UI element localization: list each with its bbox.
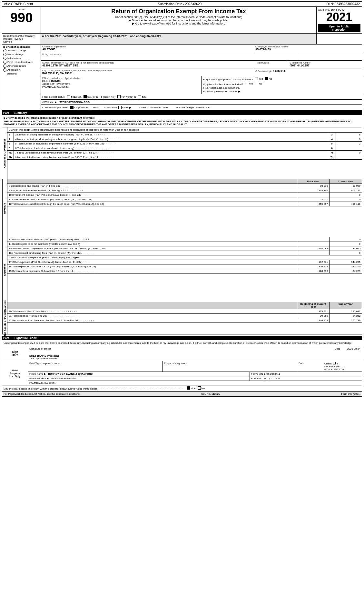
principal-city: PALMDALE, CA 93551: [42, 85, 200, 88]
line9-current: 406,111: [330, 188, 362, 193]
irs-yes-checkbox[interactable]: [187, 386, 190, 390]
street-address-field: Number and street (or P.O. box if mail i…: [41, 61, 256, 68]
line3-val: 8: [336, 133, 362, 137]
line7b-row: 7b b Net unrelated business taxable inco…: [7, 155, 362, 160]
phone-field: Phone no. (661) 267-2005: [250, 376, 362, 381]
k-row: K Form of organization: Corporation Trus…: [41, 105, 362, 110]
final-return-checkbox[interactable]: [3, 61, 6, 64]
line8-current: 90,000: [330, 184, 362, 188]
corporation-checkbox[interactable]: [70, 106, 74, 109]
line2-label: 2 Check this box ▶ □ if the organization…: [9, 128, 140, 131]
line6-desc: 6 Total number of volunteers (estimate i…: [14, 146, 328, 150]
line16b-row: b Total fundraising expenses (Part IX, c…: [7, 255, 362, 260]
line10-prior: [297, 193, 330, 197]
line3-desc: 3 Number of voting members of the govern…: [14, 133, 328, 137]
l-label: L Year of formation:: [139, 106, 161, 109]
ptin-value: P00273037: [331, 368, 344, 371]
line11-current: 0: [330, 197, 362, 202]
left-checks: B Check if applicable: Address change Na…: [2, 45, 41, 110]
line3-num: 3: [7, 133, 14, 137]
part1-title: Summary: [14, 111, 27, 114]
firm-ein-field: Firm's EIN ▶ 95-2868411: [250, 372, 362, 376]
line22-end: 265,739: [330, 318, 362, 323]
form-title-link: ▶ Go to www.irs.gov/Form990 for instruct…: [43, 22, 314, 25]
activities-section: Activities & Governance 2 Check this box…: [2, 127, 362, 179]
line5-num: 5: [7, 142, 14, 146]
line6-val: [336, 148, 362, 149]
dln-label: DLN: 93493263002432: [327, 2, 360, 6]
application-checkbox[interactable]: [3, 68, 6, 72]
line7b-num: 7b: [7, 155, 14, 159]
dept-box: Department of the Treasury Internal Reve…: [2, 34, 41, 44]
line7a-desc: 7a Total unrelated business revenue from…: [14, 151, 328, 155]
hb-yes-checkbox[interactable]: [245, 82, 248, 85]
part1-header: Part I Summary: [2, 111, 362, 115]
pending-label: pending: [3, 72, 40, 75]
net-assets-side-label: Net Assets or Fund Balances: [2, 302, 7, 334]
line16a-current: 0: [330, 251, 362, 255]
line13-current: 0: [330, 237, 362, 242]
line7b-col-num: 7b: [328, 155, 336, 159]
prior-year-header: Prior Year: [297, 179, 330, 184]
gross-receipts-value: 496,111: [275, 69, 286, 73]
ha-no-checkbox[interactable]: [265, 77, 268, 80]
line13-prior: [297, 237, 330, 242]
line6-col-num: 6: [328, 146, 336, 150]
501c6-checkbox[interactable]: [84, 95, 87, 98]
hqa-field: H(a) Is this a group return for subordin…: [202, 76, 362, 94]
irs-no-checkbox[interactable]: [198, 386, 201, 390]
submission-date: Submission Date - 2022-09-20: [158, 2, 202, 6]
preparer-row3: Firm's address ▶ 1058 W AVENUE M14 Phone…: [28, 376, 362, 381]
omb-box: OMB No. 1545-0047 2021 Open to Public In…: [317, 7, 362, 33]
irs-question-text: May the IRS discuss this return with the…: [4, 387, 97, 390]
sig-officer-label: Signature of officer: [29, 347, 51, 350]
paid-preparer-section: Paid Preparer Use Only Print/Type prepar…: [2, 361, 362, 385]
4947a1-checkbox[interactable]: [117, 95, 121, 98]
line3-row: 3 3 Number of voting members of the gove…: [7, 133, 362, 137]
line17-row: 17 Other expenses (Part IX, column (A), …: [7, 260, 362, 264]
address-change-checkbox[interactable]: [3, 49, 6, 52]
main-content-area: B Check if applicable: Address change Na…: [2, 45, 362, 111]
line14-current: 0: [330, 242, 362, 246]
self-employed-checkbox[interactable]: [333, 362, 336, 364]
preparer-row1: Print/Type preparer's name Preparer's si…: [28, 361, 362, 372]
amended-return-checkbox[interactable]: [3, 65, 6, 68]
line2-row: 2 Check this box ▶ □ if the organization…: [7, 127, 362, 133]
ein-field: D Employer identification number 95-4718…: [254, 45, 362, 52]
501c3-checkbox[interactable]: [67, 95, 70, 98]
net-assets-headers: Beginning of Current Year End of Year: [7, 302, 362, 309]
preparer-row4: PALMDALE, CA 93551: [28, 381, 362, 385]
name-change-label: Name change: [7, 53, 24, 56]
name-change-checkbox[interactable]: [3, 53, 6, 56]
form-header: Form 990 Return of Organization Exempt F…: [2, 7, 362, 34]
org-name-value: AV EDGE: [42, 48, 252, 51]
city-field: City or town, state or province, country…: [41, 68, 254, 76]
line7b-desc: b Net unrelated business taxable income …: [14, 155, 328, 159]
firm-name-field: Firm's name ▶ BURKEY COX EVANS & BRADFOR…: [28, 372, 250, 376]
state-domicile: CA: [206, 106, 210, 109]
line10-current: 0: [330, 193, 362, 197]
line5-val: 2: [336, 142, 362, 146]
city-value: PALMDALE, CA 93551: [42, 72, 252, 75]
other-checkbox[interactable]: [118, 106, 122, 109]
type-print-label: Type or print name and title: [29, 357, 360, 360]
revenue-side-label: Revenue: [2, 179, 7, 237]
line20-row: 20 Total assets (Part X, line 16) · · · …: [7, 309, 362, 314]
telephone-field: E Telephone number (661) 441-2957: [288, 61, 362, 68]
k-label: K Form of organization:: [42, 106, 69, 109]
line5-desc: 5 Total number of individuals employed i…: [14, 142, 328, 146]
association-checkbox[interactable]: [100, 106, 103, 109]
hb-no-checkbox[interactable]: [255, 82, 258, 85]
527-checkbox[interactable]: [138, 95, 141, 98]
line20-end: 290,091: [330, 309, 362, 313]
city-row: City or town, state or province, country…: [41, 68, 362, 76]
activities-side-label: Activities & Governance: [2, 127, 7, 179]
website-url: HTTPS://AVEDGECA.ORG/: [58, 101, 90, 104]
trust-checkbox[interactable]: [89, 106, 92, 109]
line16a-row: 16a Professional fundraising fees (Part …: [7, 251, 362, 255]
initial-return-checkbox[interactable]: [3, 57, 6, 60]
ha-yes-checkbox[interactable]: [255, 77, 258, 80]
mission-text: THE AV EDGE MISSION IS TO ENSURE THOUGHT…: [4, 120, 360, 126]
line18-current: 530,340: [330, 264, 362, 269]
firm-address-value: 1058 W AVENUE M14: [51, 377, 76, 380]
